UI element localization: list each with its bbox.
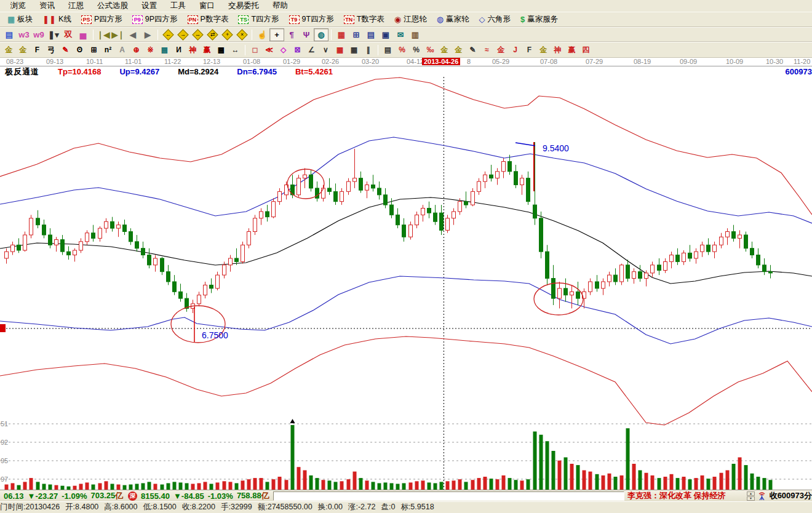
clock-icon[interactable]: ʘ <box>73 44 87 57</box>
spinner-up-button[interactable]: ▲ <box>747 491 755 496</box>
crosshair-icon[interactable]: + <box>269 28 284 41</box>
black-grid-icon[interactable]: ▦ <box>347 44 361 57</box>
notes-icon[interactable]: ▤ <box>364 28 378 41</box>
wave-3-icon[interactable]: w3 <box>17 28 31 41</box>
diamond-right-icon[interactable]: → <box>175 28 190 41</box>
mirror-icon[interactable]: A <box>115 44 129 57</box>
star-grid-icon[interactable]: ※ <box>143 44 157 57</box>
pen-icon[interactable]: ✎ <box>58 44 73 57</box>
mail-icon[interactable]: ✉ <box>393 28 408 41</box>
pen2-icon[interactable]: ✎ <box>466 44 480 57</box>
n2-icon[interactable]: n² <box>101 44 115 57</box>
shen-tool-icon[interactable]: 神 <box>186 44 200 57</box>
blocks-button[interactable]: ▦板块 <box>2 13 38 26</box>
wave-icon: ≈ <box>485 46 489 54</box>
diamond-plus-icon[interactable]: + <box>220 28 234 41</box>
vee-icon[interactable]: ∨ <box>319 44 333 57</box>
shen-angle-icon[interactable]: 神 <box>551 44 565 57</box>
box-lines-icon[interactable]: ⊠ <box>290 44 304 57</box>
spiral-icon[interactable]: 弓 <box>44 44 58 57</box>
gold-red-icon[interactable]: 金 <box>494 44 508 57</box>
main-chart[interactable]: 519295979.54006.7500 <box>0 77 812 490</box>
calendar-icon[interactable]: ▦ <box>334 28 349 41</box>
angle-line-icon[interactable]: ∠ <box>304 44 319 57</box>
wave-9-icon[interactable]: w9 <box>31 28 46 41</box>
ruler-icon[interactable]: ⊞ <box>87 44 101 57</box>
wave-3-icon: w3 <box>18 30 29 39</box>
parallel-icon[interactable]: ∥ <box>361 44 375 57</box>
menu-item-设置[interactable]: 设置 <box>135 0 164 12</box>
gann-gold2-icon[interactable]: 金 <box>16 44 30 57</box>
last-bar-icon[interactable]: ▶❘ <box>111 28 125 41</box>
next-bar-icon[interactable]: ▶ <box>140 28 155 41</box>
computer-icon[interactable]: ▥ <box>408 28 423 41</box>
menu-item-公式选股[interactable]: 公式选股 <box>90 0 135 12</box>
winner-service-button[interactable]: $赢家服务 <box>515 13 563 26</box>
prev-bar-icon[interactable]: ◀ <box>125 28 140 41</box>
red-grid-icon[interactable]: ▦ <box>333 44 347 57</box>
menu-item-江恩[interactable]: 江恩 <box>62 0 90 12</box>
menu-item-资讯[interactable]: 资讯 <box>33 0 62 12</box>
wave-icon[interactable]: ≈ <box>480 44 494 57</box>
hexagon-button[interactable]: ◇六角形 <box>474 13 515 26</box>
command-input[interactable] <box>273 491 624 501</box>
first-bar-icon[interactable]: ❘◀ <box>96 28 111 41</box>
t9-square-button[interactable]: T99T四方形 <box>284 13 339 26</box>
flag-note-icon[interactable]: ¶ <box>284 28 299 41</box>
permille-icon[interactable]: ‰ <box>423 44 437 57</box>
t-number-button[interactable]: TNT数字表 <box>339 13 389 26</box>
target-icon[interactable]: ⊕ <box>129 44 143 57</box>
bars-ruler-icon[interactable]: ▤ <box>381 44 395 57</box>
menu-item-窗口[interactable]: 窗口 <box>193 0 221 12</box>
menu-item-浏览[interactable]: 浏览 <box>4 0 33 12</box>
date-label: 11-20 <box>794 58 810 65</box>
p-number-button[interactable]: PNP数字表 <box>183 13 234 26</box>
kline-button[interactable]: ❚❚K线 <box>38 13 76 26</box>
tree-tool-icon[interactable]: Ψ <box>299 28 314 41</box>
fibo-icon[interactable]: F <box>30 44 44 57</box>
win-tool-icon[interactable]: 赢 <box>200 44 214 57</box>
four-angle-icon[interactable]: 四 <box>579 44 593 57</box>
diamond-hswap-icon[interactable]: ↔ <box>190 28 205 41</box>
gann-fan-icon[interactable]: ≪ <box>262 44 276 57</box>
menu-item-交易委托[interactable]: 交易委托 <box>221 0 266 12</box>
pct-red-icon[interactable]: % <box>395 44 409 57</box>
winner-wheel-button[interactable]: ◍赢家轮 <box>432 13 474 26</box>
brain-tool-icon[interactable]: ◍ <box>314 28 328 41</box>
pct-icon[interactable]: % <box>409 44 423 57</box>
gann-gold-icon[interactable]: 金 <box>2 44 16 57</box>
fan-box-icon[interactable]: ◇ <box>276 44 290 57</box>
winner-wheel-label: 赢家轮 <box>446 14 469 25</box>
f-angle-icon[interactable]: F <box>522 44 536 57</box>
calculator-icon[interactable]: ⊞ <box>349 28 364 41</box>
span-arrows-icon[interactable]: ↔ <box>228 44 242 57</box>
diamond-swap-icon[interactable]: ⇄ <box>205 28 220 41</box>
win-angle-icon[interactable]: 赢 <box>565 44 579 57</box>
box-pin-icon[interactable]: ◻ <box>248 44 262 57</box>
grid-box-icon[interactable]: ▩ <box>157 44 172 57</box>
chip-dist-icon[interactable]: 双 <box>61 28 76 41</box>
diamond-cross-icon[interactable]: × <box>234 28 249 41</box>
gold-angle-icon[interactable]: 金 <box>536 44 551 57</box>
t-square-button[interactable]: TST四方形 <box>233 13 284 26</box>
date-label: 08-19 <box>634 58 651 65</box>
color-bars-icon[interactable]: ▅ <box>76 28 90 41</box>
p9-square-button[interactable]: P99P四方形 <box>127 13 183 26</box>
gold-line-icon[interactable]: 金 <box>452 44 466 57</box>
gann-wheel-button[interactable]: ◉江恩轮 <box>389 13 432 26</box>
chart-canvas[interactable]: 519295979.54006.7500 <box>0 77 812 490</box>
gold-circle-icon[interactable]: 金 <box>437 44 452 57</box>
hand-icon[interactable]: ☝ <box>255 28 269 41</box>
p-square-button[interactable]: PSP四方形 <box>76 13 127 26</box>
grid-123-icon[interactable]: ▩ <box>214 44 228 57</box>
save-icon[interactable]: ▣ <box>378 28 393 41</box>
wave-count-icon[interactable]: И <box>172 44 186 57</box>
j-angle-icon[interactable]: J <box>508 44 522 57</box>
list-icon[interactable]: ▤ <box>2 28 17 41</box>
candle-style-icon[interactable]: ❚▾ <box>46 28 61 41</box>
menu-item-工具[interactable]: 工具 <box>164 0 193 12</box>
t-number-icon: TN <box>344 15 354 24</box>
spinner-down-button[interactable]: ▼ <box>747 496 755 501</box>
diamond-left-icon[interactable]: ← <box>161 28 175 41</box>
menu-item-帮助[interactable]: 帮助 <box>266 0 295 12</box>
